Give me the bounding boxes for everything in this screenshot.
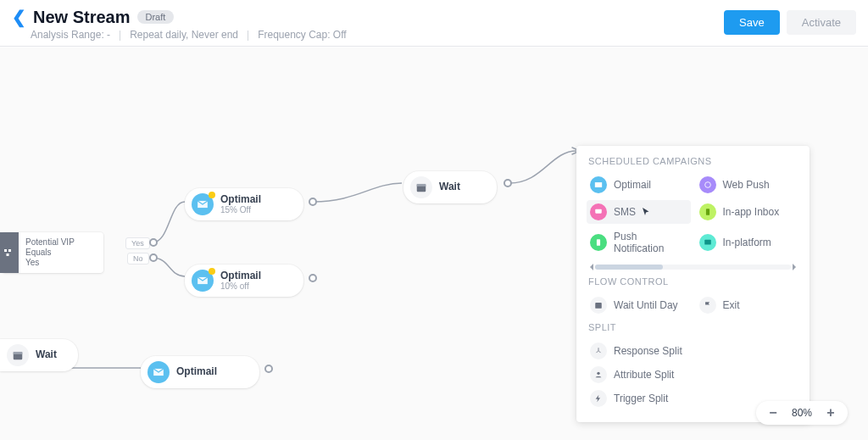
node-wait-left[interactable]: Wait — [0, 339, 78, 371]
palette-item-sms[interactable]: SMS — [587, 200, 691, 224]
node-optimail-3[interactable]: Optimail — [141, 356, 259, 388]
zoom-control: − 80% + — [756, 401, 848, 425]
palette-item-webpush[interactable]: Web Push — [696, 173, 800, 197]
save-button[interactable]: Save — [724, 10, 780, 35]
branch-icon — [590, 343, 607, 359]
mail-icon — [590, 176, 607, 193]
layout-icon — [699, 234, 716, 251]
phone-icon — [590, 234, 607, 251]
palette-section-split: SPLIT — [588, 322, 799, 332]
node-title: Wait — [439, 181, 460, 192]
decision-yes-label: Yes — [125, 237, 150, 249]
decision-node[interactable]: Potential VIP Equals Yes — [2, 232, 103, 273]
node-title: Optimail — [220, 194, 261, 205]
header: ❮ New Stream Draft Analysis Range: - | R… — [0, 0, 868, 47]
repeat-label: Repeat daily, Never end — [130, 29, 238, 41]
cursor-icon — [641, 207, 651, 217]
activate-button[interactable]: Activate — [787, 10, 856, 35]
zoom-in-button[interactable]: + — [822, 404, 839, 421]
node-wait-top-out[interactable] — [504, 179, 512, 187]
node-palette: SCHEDULED CAMPAIGNS Optimail Web Push SM… — [576, 146, 810, 422]
svg-point-11 — [597, 372, 599, 375]
mail-icon — [147, 361, 170, 383]
decision-no-port[interactable] — [149, 253, 158, 262]
svg-rect-6 — [595, 209, 602, 214]
decision-yes-port[interactable] — [149, 238, 158, 247]
decision-value: Yes — [25, 258, 97, 268]
palette-item-wait-until-day[interactable]: Wait Until Day — [587, 293, 691, 317]
node-title: Optimail — [176, 366, 217, 377]
node-optimail-1-out[interactable] — [309, 198, 317, 206]
page-title: New Stream — [33, 8, 131, 27]
split-icon — [0, 232, 19, 273]
palette-item-response-split[interactable]: Response Split — [587, 339, 799, 363]
notification-dot — [209, 268, 215, 275]
notification-dot — [209, 192, 215, 198]
svg-rect-7 — [705, 209, 709, 215]
node-optimail-3-out[interactable] — [264, 365, 273, 373]
palette-item-push[interactable]: Push Notification — [587, 227, 691, 258]
status-badge: Draft — [137, 10, 175, 24]
palette-item-attribute-split[interactable]: Attribute Split — [587, 363, 799, 387]
svg-rect-3 — [14, 352, 23, 354]
bolt-icon — [590, 390, 607, 407]
palette-section-scheduled: SCHEDULED CAMPAIGNS — [588, 156, 799, 166]
node-subtitle: 10% off — [220, 281, 261, 291]
flow-canvas[interactable]: Potential VIP Equals Yes Yes No Optimail… — [0, 47, 868, 440]
node-title: Wait — [36, 349, 57, 360]
analysis-range: Analysis Range: - — [31, 29, 110, 41]
node-optimail-1[interactable]: Optimail 15% Off — [185, 188, 303, 220]
svg-rect-4 — [595, 182, 602, 187]
decision-no-label: No — [127, 253, 149, 265]
svg-rect-9 — [704, 240, 711, 245]
flag-icon — [699, 297, 716, 314]
palette-scrollbar[interactable] — [587, 263, 799, 271]
mail-icon — [192, 193, 214, 215]
zoom-out-button[interactable]: − — [765, 404, 782, 421]
palette-item-optimail[interactable]: Optimail — [587, 173, 691, 197]
zoom-value: 80% — [792, 407, 812, 419]
node-wait-top[interactable]: Wait — [403, 171, 497, 203]
calendar-icon — [590, 297, 607, 314]
freq-cap-label: Frequency Cap: Off — [258, 29, 347, 41]
palette-item-exit[interactable]: Exit — [696, 293, 800, 317]
svg-rect-1 — [417, 184, 426, 187]
decision-title: Potential VIP Equals — [25, 237, 97, 258]
node-subtitle: 15% Off — [220, 205, 261, 214]
node-optimail-2-out[interactable] — [309, 274, 317, 282]
phone-icon — [699, 203, 716, 220]
calendar-icon — [7, 344, 29, 366]
globe-icon — [699, 176, 716, 193]
mail-icon — [192, 270, 214, 292]
node-title: Optimail — [220, 270, 261, 281]
node-optimail-2[interactable]: Optimail 10% off — [185, 265, 303, 297]
palette-section-flow: FLOW CONTROL — [588, 276, 799, 287]
back-button[interactable]: ❮ — [12, 7, 26, 27]
svg-point-5 — [704, 182, 710, 188]
svg-rect-8 — [597, 239, 600, 246]
chat-icon — [590, 203, 607, 220]
palette-item-inapp-inbox[interactable]: In-app Inbox — [696, 200, 800, 224]
svg-rect-10 — [595, 303, 602, 309]
calendar-icon — [410, 176, 432, 198]
person-icon — [590, 366, 607, 383]
palette-item-inplatform[interactable]: In-platform — [696, 227, 800, 258]
